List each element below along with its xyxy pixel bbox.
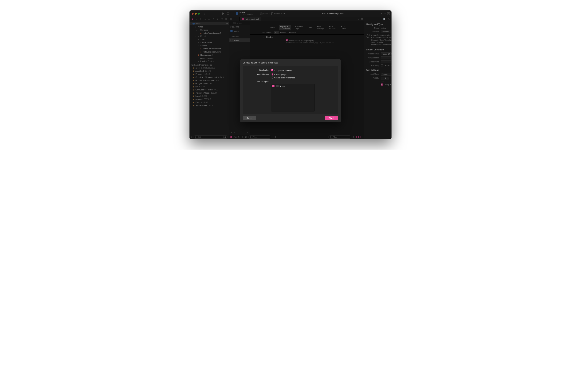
dialog-title: Choose options for adding these files: xyxy=(243,61,338,64)
create-folder-refs-radio[interactable] xyxy=(271,76,273,79)
targets-label: Add to targets: xyxy=(246,80,270,83)
copy-items-label: Copy items if needed xyxy=(274,69,292,71)
finish-button[interactable]: Finish xyxy=(325,116,338,120)
cancel-button[interactable]: Cancel xyxy=(243,116,256,120)
target-row[interactable]: Notes xyxy=(272,85,314,87)
add-files-dialog: Choose options for adding these files: D… xyxy=(240,59,341,122)
create-folder-refs-label: Create folder references xyxy=(274,77,295,79)
create-groups-label: Create groups xyxy=(274,73,286,76)
xcode-window: ◧ Notes #1 - Add "Notes f... 〉 Notes 〉 i… xyxy=(190,10,392,139)
app-icon xyxy=(276,85,278,87)
folders-label: Added folders: xyxy=(246,73,270,75)
dialog-buttons: Cancel Finish xyxy=(243,116,338,120)
dialog-options: Destination: Copy items if needed Added … xyxy=(243,66,338,114)
copy-items-checkbox[interactable] xyxy=(271,69,273,71)
create-groups-radio[interactable] xyxy=(271,73,273,75)
target-checkbox[interactable] xyxy=(272,85,274,87)
targets-list[interactable]: Notes xyxy=(271,84,315,111)
target-name: Notes xyxy=(280,85,284,87)
destination-label: Destination: xyxy=(246,69,270,71)
